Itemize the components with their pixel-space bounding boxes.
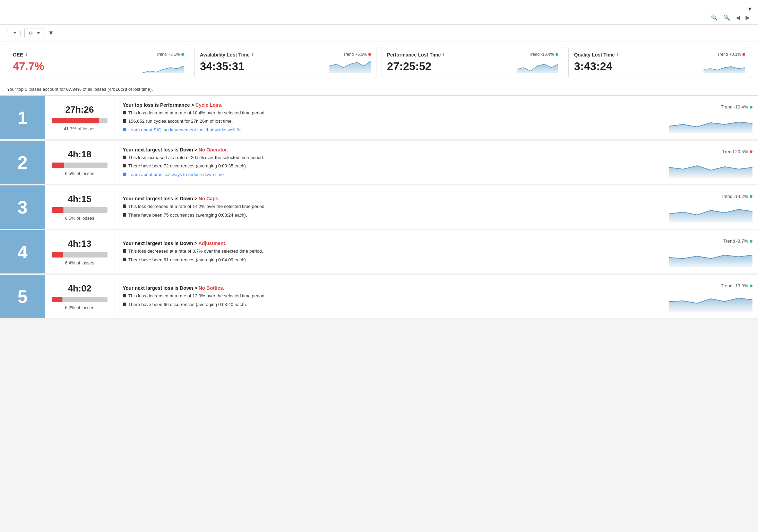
trend-dot-3 — [742, 53, 745, 56]
loss-bar-2 — [52, 163, 107, 168]
loss-title-4: Your next largest loss is Down > Adjustm… — [123, 241, 653, 246]
loss-trend-label-2: Trend 20.5% — [722, 149, 752, 154]
metric-body-0: 47.7% — [13, 59, 184, 73]
metric-body-2: 27:25:52 — [387, 59, 558, 73]
loss-trend-chart-4 — [669, 246, 752, 267]
loss-trend-dot-4 — [750, 240, 752, 243]
loss-bullet: There have been 72 occurrences (averagin… — [123, 163, 653, 169]
loss-title-link-4: Adjustment. — [198, 241, 226, 246]
metric-label-2: Performance Lost Time ℹ — [387, 52, 445, 58]
next-button[interactable]: ▶ — [744, 14, 751, 21]
bullet-icon — [123, 111, 126, 114]
bar-fill-1 — [52, 118, 99, 123]
loss-pct-2: 6.5% of losses — [65, 171, 94, 176]
loss-bullet: This loss decreased at a rate of 8.7% ov… — [123, 248, 653, 254]
link-bullet-icon — [123, 173, 126, 176]
metric-info-icon-0[interactable]: ℹ — [25, 52, 27, 57]
metric-body-3: 3:43:24 — [574, 59, 746, 73]
loss-desc-5: Your next largest loss is Down > No Bott… — [114, 275, 661, 318]
metric-info-icon-1[interactable]: ℹ — [252, 52, 253, 57]
loss-trend-section-2: Trend 20.5% — [661, 141, 758, 184]
loss-link-bullet: Learn about practical ways to reduce dow… — [123, 172, 653, 178]
bullet-icon — [123, 156, 126, 159]
metric-info-icon-2[interactable]: ℹ — [443, 52, 445, 57]
metric-trend-0: Trend +3.1% — [156, 52, 184, 57]
loss-rank-4: 4 — [0, 230, 45, 273]
metric-label-0: OEE ℹ — [13, 52, 27, 58]
svg-marker-8 — [669, 298, 752, 312]
bar-fill-2 — [52, 163, 64, 168]
loss-pct-5: 6.2% of losses — [65, 305, 94, 310]
loss-bullet: This loss decreased at a rate of 14.2% o… — [123, 203, 653, 210]
loss-trend-section-3: Trend -14.2% — [661, 185, 758, 229]
filter-chevron-icon — [14, 32, 16, 34]
loss-desc-3: Your next largest loss is Down > No Caps… — [114, 185, 661, 229]
toolbar: ⚙ ▼ — [0, 25, 758, 42]
metric-card-2: Performance Lost Time ℹ Trend -10.4% 27:… — [381, 47, 564, 78]
period-chevron-icon[interactable]: ▾ — [748, 6, 751, 12]
metric-card-3: Quality Lost Time ℹ Trend +0.1% 3:43:24 — [568, 47, 751, 78]
page-header: ▾ 🔍 🔍 ◀ ▶ — [0, 0, 758, 25]
loss-title-link-3: No Caps. — [199, 196, 220, 201]
zoom-out-button[interactable]: 🔍 — [722, 14, 732, 21]
gear-icon: ⚙ — [29, 30, 33, 36]
metric-info-icon-3[interactable]: ℹ — [617, 52, 619, 57]
loss-bullet: This loss decreased at a rate of 10.4% o… — [123, 110, 653, 116]
svg-marker-4 — [669, 122, 752, 133]
loss-pct-4: 6.4% of losses — [65, 260, 94, 265]
svg-marker-1 — [329, 61, 371, 73]
loss-bar-section-5: 4h:02 6.2% of losses — [45, 275, 114, 318]
bullet-icon — [123, 294, 126, 297]
loss-pct-3: 6.5% of losses — [65, 216, 94, 221]
loss-row-3: 3 4h:15 6.5% of losses Your next largest… — [0, 185, 758, 230]
loss-pct-1: 41.7% of losses — [64, 126, 96, 131]
loss-trend-chart-1 — [669, 112, 752, 133]
loss-row-5: 5 4h:02 6.2% of losses Your next largest… — [0, 275, 758, 320]
metric-trend-3: Trend +0.1% — [717, 52, 745, 57]
metric-card-1: Availability Lost Time ℹ Trend +6.5% 34:… — [194, 47, 377, 78]
loss-learn-link[interactable]: Learn about practical ways to reduce dow… — [128, 172, 224, 178]
loss-bullet: There have been 66 occurrences (averagin… — [123, 302, 653, 308]
summary-bar: Your top 5 losses account for 67.34% of … — [0, 83, 758, 96]
loss-bullet: 156,652 run cycles account for 27h 26m o… — [123, 118, 653, 124]
loss-learn-link[interactable]: Learn about SIC, an improvement tool tha… — [128, 127, 244, 133]
metric-value-2: 27:25:52 — [387, 60, 431, 73]
loss-row-1: 1 27h:26 41.7% of losses Your top loss i… — [0, 96, 758, 141]
loss-rank-2: 2 — [0, 141, 45, 184]
metric-value-1: 34:35:31 — [200, 60, 244, 73]
loss-title-link-1: Cycle Loss. — [195, 102, 222, 108]
loss-desc-2: Your next largest loss is Down > No Oper… — [114, 141, 661, 184]
prev-button[interactable]: ◀ — [734, 14, 741, 21]
loss-time-1: 27h:26 — [65, 104, 94, 115]
loss-time-3: 4h:15 — [68, 194, 92, 204]
metric-label-1: Availability Lost Time ℹ — [200, 52, 253, 58]
link-bullet-icon — [123, 128, 126, 131]
loss-rank-5: 5 — [0, 275, 45, 318]
loss-bar-section-2: 4h:18 6.5% of losses — [45, 141, 114, 184]
loss-trend-chart-2 — [669, 157, 752, 178]
loss-title-link-2: No Operator. — [199, 147, 228, 152]
zoom-in-button[interactable]: 🔍 — [709, 14, 719, 21]
metric-trend-2: Trend -10.4% — [529, 52, 558, 57]
bullet-icon — [123, 119, 126, 123]
filter-icon[interactable]: ▼ — [48, 29, 54, 37]
loss-trend-label-3: Trend -14.2% — [721, 194, 752, 199]
loss-desc-1: Your top loss is Performance > Cycle Los… — [114, 96, 661, 139]
svg-marker-6 — [669, 209, 752, 223]
bullet-icon — [123, 164, 126, 167]
config-dropdown[interactable]: ⚙ — [24, 28, 44, 38]
trend-dot-1 — [368, 53, 371, 56]
loss-trend-label-1: Trend -10.4% — [721, 104, 752, 110]
mini-chart-3 — [704, 59, 745, 73]
metric-value-3: 3:43:24 — [574, 60, 612, 73]
loss-bar-3 — [52, 207, 107, 213]
loss-bar-4 — [52, 252, 107, 258]
loss-trend-dot-1 — [750, 106, 752, 108]
metric-body-1: 34:35:31 — [200, 59, 371, 73]
loss-bar-5 — [52, 297, 107, 302]
bar-fill-5 — [52, 297, 62, 302]
period-selector[interactable]: ▾ — [709, 6, 751, 12]
loss-trend-dot-5 — [750, 285, 752, 287]
filter-dropdown[interactable] — [7, 30, 21, 36]
loss-time-4: 4h:13 — [68, 238, 92, 249]
